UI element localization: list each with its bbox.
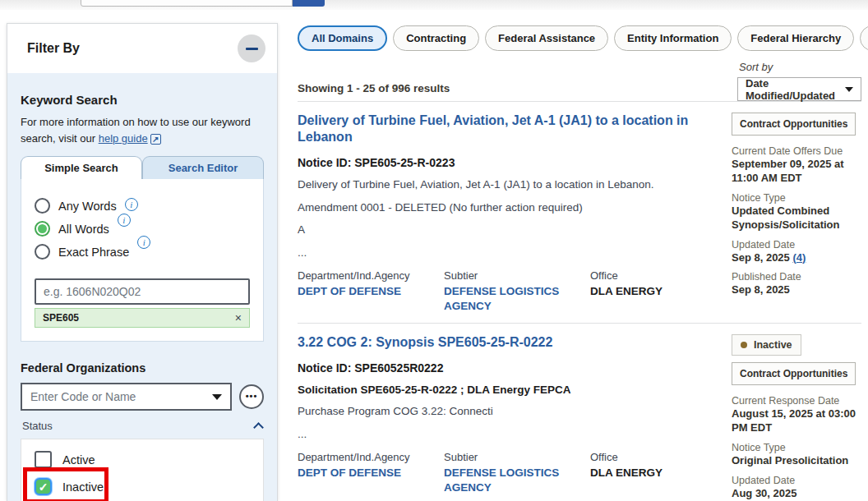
meta-value: Sep 8, 2025 (4) [732,251,861,265]
filter-title: Filter By [27,41,80,56]
meta-label: Notice Type [732,442,861,453]
keyword-input[interactable] [35,278,250,305]
external-link-icon: ↗ [150,134,161,145]
radio-icon-selected[interactable] [35,221,50,237]
keyword-search-heading: Keyword Search [21,93,264,107]
search-domain-select[interactable] [81,0,164,7]
keyword-search-tabs: Simple Search Search Editor [21,156,264,179]
checkbox-active[interactable]: Active [21,446,263,473]
top-search-bar [0,0,868,10]
keyword-help-text: For more information on how to use our k… [21,114,264,147]
checkbox-icon[interactable] [35,451,52,468]
tab-simple-search[interactable]: Simple Search [21,156,142,179]
agency-row: Department/Ind.Agency DEPT OF DEFENSE Su… [298,269,718,313]
department-label: Department/Ind.Agency [298,269,432,282]
radio-all-words[interactable]: All Words i [35,221,250,237]
result-description: ... [298,427,718,442]
info-icon[interactable]: i [125,198,138,211]
domain-badge: Contract Opportunities [732,113,856,136]
subtier-label: Subtier [444,269,579,282]
result-description: Amendment 0001 - DELETED (No further act… [298,200,718,215]
office-value: DLA ENERGY [590,284,663,299]
collapse-filters-button[interactable] [238,34,265,62]
checkbox-inactive[interactable]: ✓ Inactive [21,473,263,500]
result-description: A [298,223,718,237]
subtier-link[interactable]: DEFENSE LOGISTICS AGENCY [444,284,579,313]
department-label: Department/Ind.Agency [298,451,432,463]
sort-select[interactable]: Date Modified/Updated [737,77,861,101]
status-badge: Inactive [732,334,801,356]
office-label: Office [590,451,663,463]
subtier-label: Subtier [444,451,579,463]
tab-entity-information[interactable]: Entity Information [614,25,732,51]
notice-id: Notice ID: SPE605-25-R-0223 [298,156,718,169]
radio-icon[interactable] [35,198,50,214]
keyword-tag: SPE605 × [35,308,250,328]
result-meta: Contract Opportunities Current Date Offe… [732,109,861,313]
search-button[interactable] [293,0,325,7]
radio-exact-phrase[interactable]: Exact Phrase i [35,244,250,260]
simple-search-panel: Any Words i All Words i Exact Phrase i S… [21,179,264,342]
filter-sidebar: Filter By Keyword Search For more inform… [7,23,278,501]
sort-by-label: Sort by [737,61,861,73]
meta-value: September 09, 2025 at 11:00 AM EDT [732,158,861,186]
meta-label: Current Date Offers Due [732,145,861,157]
filter-header: Filter By [7,24,277,73]
office-label: Office [590,269,663,282]
update-count-link[interactable]: (4) [792,251,806,264]
chevron-up-icon [253,422,264,433]
domain-badge: Contract Opportunities [732,362,856,385]
office-value: DLA ENERGY [590,466,663,480]
status-section-toggle[interactable]: Status [21,420,264,432]
more-options-button[interactable]: ••• [239,384,264,409]
tab-contracting[interactable]: Contracting [393,25,479,51]
solicitation-line: Solicitation SPE605-25-R-0222 ; DLA Ener… [298,384,718,396]
radio-any-words[interactable]: Any Words i [35,198,250,214]
result-description: Purchase Program COG 3.22: Connecti [298,404,718,419]
combobox-placeholder: Enter Code or Name [30,390,136,403]
result-description: ... [298,246,718,260]
federal-organizations-heading: Federal Organizations [21,361,264,375]
result-title-link[interactable]: 3.22 COG 2: Synopsis SPE605-25-R-0222 [298,334,718,351]
meta-value: Sep 8, 2025 [732,283,861,297]
inactive-dot-icon [741,342,747,348]
status-label: Status [22,420,53,432]
result-description: Delivery of Turbine Fuel, Aviation, Jet … [298,177,718,192]
result-title-link[interactable]: Delivery of Turbine Fuel, Aviation, Jet … [298,113,718,145]
help-guide-link[interactable]: help guide [99,132,148,145]
info-icon[interactable]: i [137,236,150,249]
department-link[interactable]: DEPT OF DEFENSE [298,284,432,299]
tab-wage-determinations[interactable]: Wage Determinations [860,25,868,51]
info-icon[interactable]: i [118,214,131,227]
tab-federal-assistance[interactable]: Federal Assistance [485,25,608,51]
tab-federal-hierarchy[interactable]: Federal Hierarchy [737,25,854,51]
meta-value: Updated Combined Synopsis/Solicitation [732,205,861,232]
search-input[interactable] [164,0,293,7]
remove-tag-icon[interactable]: × [235,311,242,324]
federal-org-combobox[interactable]: Enter Code or Name [21,383,232,411]
department-link[interactable]: DEPT OF DEFENSE [298,466,432,480]
meta-value: Aug 30, 2025 [732,487,861,501]
result-item: 3.22 COG 2: Synopsis SPE605-25-R-0222 No… [298,324,861,501]
result-meta: Inactive Contract Opportunities Current … [732,331,861,501]
meta-label: Updated Date [732,475,861,486]
minus-icon [246,48,258,50]
keyword-tag-label: SPE605 [43,312,79,324]
radio-icon[interactable] [35,244,50,260]
subtier-link[interactable]: DEFENSE LOGISTICS AGENCY [444,466,579,494]
meta-value: Original Presolicitation [732,454,861,468]
tab-all-domains[interactable]: All Domains [298,25,387,51]
meta-label: Current Response Date [732,395,861,407]
tab-search-editor[interactable]: Search Editor [142,156,264,179]
result-item: Delivery of Turbine Fuel, Aviation, Jet … [298,102,861,323]
checkbox-checked-icon[interactable]: ✓ [35,478,52,495]
status-checkbox-group: Active ✓ Inactive [21,439,264,501]
domain-tabs: All Domains Contracting Federal Assistan… [298,25,861,51]
caret-down-icon [212,394,222,400]
meta-label: Updated Date [732,239,861,250]
search-results-area: All Domains Contracting Federal Assistan… [298,23,861,501]
meta-value: August 15, 2025 at 03:00 PM EDT [732,407,861,435]
meta-label: Notice Type [732,192,861,204]
caret-down-icon [845,87,853,92]
meta-label: Published Date [732,271,861,283]
